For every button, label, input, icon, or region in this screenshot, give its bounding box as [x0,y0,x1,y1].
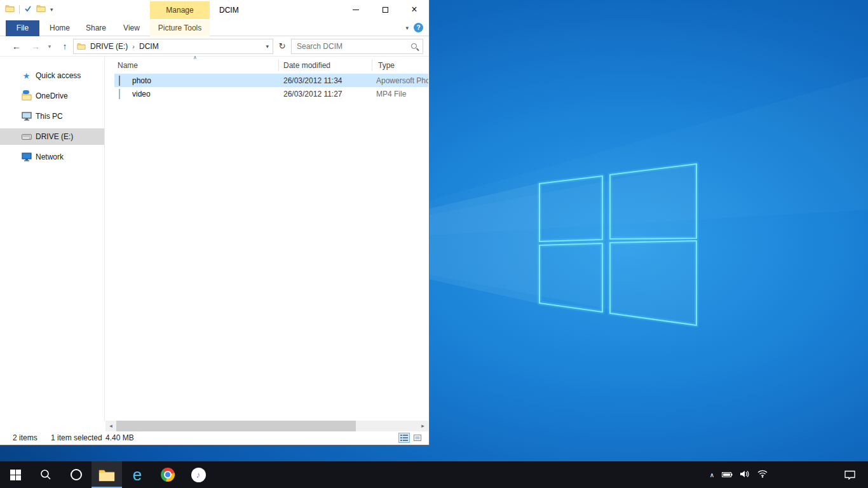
qat-separator [19,5,20,14]
file-date: 26/03/2012 11:34 [283,76,342,85]
hidden-icons-chevron-icon[interactable]: ∧ [710,471,714,478]
battery-icon[interactable] [722,469,733,480]
network-icon[interactable] [757,469,768,480]
refresh-icon[interactable]: ↻ [275,39,289,54]
tab-file[interactable]: File [6,20,39,36]
drive-icon [21,134,32,140]
sidebar-item-onedrive[interactable]: OneDrive [0,88,104,104]
file-explorer-icon [98,468,115,482]
column-headers: ∧ Name Date modified Type [105,57,428,74]
minimize-icon [353,10,359,10]
sidebar-item-label: DRIVE (E:) [36,132,73,141]
column-header-date-modified[interactable]: Date modified [283,61,330,70]
computer-icon [21,112,32,121]
close-button[interactable]: × [400,0,429,19]
sidebar-item-label: Quick access [36,71,81,80]
taskbar: e ♪ ∧ [0,461,868,488]
window-controls: × [341,0,429,19]
selection-size: 4.40 MB [105,433,134,442]
breadcrumb-separator-icon: › [132,43,135,50]
sidebar-item-label: OneDrive [36,92,68,100]
status-bar: 2 items 1 item selected 4.40 MB [0,431,429,445]
sidebar-item-drive-e[interactable]: DRIVE (E:) [0,128,104,145]
help-icon[interactable]: ? [414,23,423,32]
volume-icon[interactable] [740,469,750,480]
taskbar-file-explorer-button[interactable] [92,461,122,488]
cortana-button[interactable] [61,461,92,488]
search-icon [411,43,417,49]
address-bar[interactable]: DRIVE (E:) › DCIM ▾ [73,39,273,54]
system-tray: ∧ [710,461,768,488]
sidebar-item-label: Network [36,152,64,161]
internet-explorer-icon: e [133,466,142,483]
explorer-window: ▾ Manage DCIM × File Home Share View Pic… [0,0,430,445]
onedrive-folder-icon [21,92,32,100]
window-title: DCIM [219,6,239,15]
address-dropdown-icon[interactable]: ▾ [266,39,269,53]
minimize-button[interactable] [341,0,370,19]
taskbar-internet-explorer-button[interactable]: e [122,461,153,488]
sidebar-item-this-pc[interactable]: This PC [0,108,104,125]
star-icon: ★ [21,71,32,81]
scrollbar-thumb[interactable] [116,421,356,431]
tab-picture-tools[interactable]: Picture Tools [150,20,210,36]
taskbar-itunes-button[interactable]: ♪ [183,461,214,488]
back-button[interactable]: ← [9,36,24,57]
sidebar-item-label: This PC [36,112,63,121]
column-separator[interactable] [278,60,279,71]
qat-customize-icon[interactable]: ▾ [50,5,53,14]
new-folder-icon[interactable] [36,4,46,14]
ribbon-expand-icon[interactable]: ▾ [405,25,409,31]
search-icon [40,469,51,480]
file-row-photo[interactable]: photo 26/03/2012 11:34 Apowersoft Pho [114,74,428,87]
start-button[interactable] [0,461,31,488]
file-date: 26/03/2012 11:27 [283,90,342,98]
cortana-icon [70,468,83,481]
sidebar-item-quick-access[interactable]: ★ Quick access [0,67,104,84]
column-header-name[interactable]: Name [118,61,138,70]
tab-view[interactable]: View [118,20,145,36]
tab-share[interactable]: Share [81,20,111,36]
scroll-left-icon[interactable]: ◂ [105,421,116,431]
photo-file-icon [119,76,120,85]
taskbar-chrome-button[interactable] [153,461,183,488]
sidebar-item-network[interactable]: Network [0,149,104,165]
sort-ascending-icon: ∧ [193,55,197,60]
column-header-type[interactable]: Type [378,61,395,70]
forward-button[interactable]: → [28,36,43,57]
titlebar[interactable]: ▾ Manage DCIM × [0,0,429,19]
search-box[interactable] [291,39,423,54]
breadcrumb-drive[interactable]: DRIVE (E:) [90,42,128,51]
video-file-icon [119,90,120,98]
network-icon [21,152,32,161]
search-input[interactable] [292,39,423,53]
taskbar-search-button[interactable] [31,461,61,488]
large-icons-view-button[interactable] [412,433,423,443]
view-toggles [398,433,423,443]
navigation-pane: ★ Quick access OneDrive This PC DRIVE (E… [0,57,105,421]
file-row-video[interactable]: video 26/03/2012 11:27 MP4 File [114,87,428,100]
tab-home[interactable]: Home [46,20,74,36]
selection-info: 1 item selected [51,433,102,442]
windows-logo-icon [10,470,21,480]
chrome-icon [161,468,175,482]
breadcrumb: DRIVE (E:) › DCIM [90,39,159,53]
maximize-button[interactable] [370,0,400,19]
properties-icon[interactable] [24,4,32,14]
column-separator[interactable] [372,60,372,71]
scroll-right-icon[interactable]: ▸ [417,421,428,431]
action-center-icon[interactable] [840,461,859,488]
navigation-bar: ← → ▾ ↑ DRIVE (E:) › DCIM ▾ ↻ [0,36,429,57]
horizontal-scrollbar[interactable]: ◂ ▸ [105,421,428,431]
explorer-window-icon [5,4,15,14]
file-type: MP4 File [376,90,428,98]
manage-contextual-tab[interactable]: Manage [150,1,210,19]
up-button[interactable]: ↑ [57,36,72,57]
file-name: video [132,90,151,98]
quick-access-toolbar: ▾ [5,4,53,14]
details-view-button[interactable] [398,433,410,443]
ribbon-tab-row: File Home Share View Picture Tools ▾ ? [0,19,429,36]
address-folder-icon [77,43,86,51]
breadcrumb-dcim[interactable]: DCIM [139,42,159,51]
recent-locations-icon[interactable]: ▾ [44,36,55,57]
